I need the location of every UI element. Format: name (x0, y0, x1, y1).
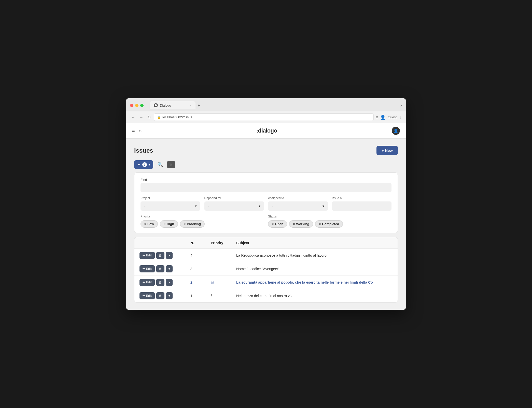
priority-tags-container: × Low × High × Blocking (141, 220, 264, 228)
issue-n-filter-group: Issue N. (332, 196, 392, 211)
profile-icon[interactable]: 👤 (380, 114, 386, 120)
traffic-light-yellow[interactable] (135, 104, 138, 107)
dropdown-btn[interactable]: ▾ (166, 265, 173, 272)
reported-label: Reported by (204, 196, 264, 200)
table-row: ✏ Edit 🗑 ▾ 3 Nome in codice "Avengers" (134, 262, 398, 276)
delete-btn[interactable]: 🗑 (156, 279, 164, 286)
traffic-light-red[interactable] (130, 104, 133, 107)
remove-high-icon[interactable]: × (164, 222, 165, 226)
priority-tag-low-label: Low (147, 222, 154, 226)
priority-tag-high[interactable]: × High (160, 220, 178, 228)
row-num: 1 (190, 294, 211, 298)
status-tag-open-label: Open (275, 222, 283, 226)
row-subject: Nel mezzo del cammin di nostra vita (236, 294, 393, 298)
project-select[interactable]: - ▾ (141, 201, 200, 211)
profile-label: Guest (388, 115, 397, 119)
browser-menu-btn[interactable]: ⋮ (399, 115, 402, 119)
row-priority-exclamation: ! (211, 294, 236, 298)
remove-blocking-icon[interactable]: × (184, 222, 186, 226)
home-icon[interactable]: ⌂ (139, 128, 142, 134)
priority-tag-blocking[interactable]: × Blocking (180, 220, 205, 228)
row-actions: ✏ Edit 🗑 ▾ (139, 292, 190, 299)
priority-tag-low[interactable]: × Low (141, 220, 158, 228)
delete-btn[interactable]: 🗑 (156, 292, 164, 299)
row-num: 3 (190, 267, 211, 271)
filter-btn[interactable]: ▼ 2 ▾ (134, 160, 153, 169)
window-btn[interactable]: ⧉ (376, 115, 378, 119)
clear-filters-btn[interactable]: ✕ (167, 161, 175, 168)
row-actions: ✏ Edit 🗑 ▾ (139, 265, 190, 272)
status-tag-completed-label: Completed (322, 222, 339, 226)
status-tag-completed[interactable]: × Completed (315, 220, 343, 228)
row-subject: La Repubblica riconosce a tutti i cittad… (236, 253, 393, 257)
nav-bar: ← → ↻ 🔒 localhost:8022/issue ⧉ 👤 Guest ⋮ (126, 111, 406, 123)
issue-n-input[interactable] (332, 201, 392, 211)
find-input[interactable] (141, 183, 391, 192)
status-tag-open[interactable]: × Open (268, 220, 287, 228)
remove-open-icon[interactable]: × (272, 222, 274, 226)
issue-n-label: Issue N. (332, 196, 392, 200)
priority-tags-section: Priority × Low × High × (141, 215, 264, 228)
remove-working-icon[interactable]: × (293, 222, 295, 226)
address-secure-icon: 🔒 (157, 115, 161, 119)
traffic-lights (130, 104, 144, 107)
status-tags-section: Status × Open × Working × (268, 215, 391, 228)
filter-row: Project - ▾ Reported by - ▾ (141, 196, 391, 211)
project-label: Project (141, 196, 200, 200)
tab-bar: Dialogo × + (150, 101, 397, 109)
edit-btn[interactable]: ✏ Edit (139, 292, 155, 299)
app-header: ≡ ⌂ :dialogo 👤 (126, 123, 406, 139)
active-tab[interactable]: Dialogo × (150, 101, 195, 109)
dropdown-btn[interactable]: ▾ (166, 252, 173, 259)
remove-completed-icon[interactable]: × (319, 222, 321, 226)
edit-btn[interactable]: ✏ Edit (139, 279, 155, 286)
assigned-select[interactable]: - ▾ (268, 201, 328, 211)
assigned-chevron: ▾ (323, 204, 324, 208)
project-filter-group: Project - ▾ (141, 196, 200, 211)
refresh-btn[interactable]: ↻ (146, 114, 152, 121)
reported-select[interactable]: - ▾ (204, 201, 264, 211)
page-header: Issues + New (134, 146, 398, 155)
filter-badge: 2 (142, 162, 147, 167)
remove-low-icon[interactable]: × (144, 222, 146, 226)
edit-btn[interactable]: ✏ Edit (139, 265, 155, 272)
edit-btn[interactable]: ✏ Edit (139, 252, 155, 259)
priority-tag-blocking-label: Blocking (187, 222, 201, 226)
user-avatar[interactable]: 👤 (392, 127, 400, 135)
address-text: localhost:8022/issue (162, 115, 192, 119)
issues-table: N. Priority Subject ✏ Edit 🗑 ▾ 4 La Repu… (134, 237, 398, 303)
status-tag-working[interactable]: × Working (289, 220, 313, 228)
filter-panel: Find Project - ▾ Reported by - (134, 172, 398, 233)
row-subject: Nome in codice "Avengers" (236, 267, 393, 271)
dropdown-btn[interactable]: ▾ (166, 292, 173, 299)
delete-btn[interactable]: 🗑 (156, 265, 164, 272)
find-label: Find (141, 178, 391, 182)
hamburger-icon[interactable]: ≡ (132, 128, 135, 134)
status-label: Status (268, 215, 391, 218)
filter-toolbar: ▼ 2 ▾ 🔍 ✕ (134, 160, 398, 169)
new-tab-btn[interactable]: + (195, 102, 202, 109)
browser-expand: › (400, 103, 402, 108)
table-header: N. Priority Subject (134, 237, 398, 249)
tab-close-btn[interactable]: × (190, 104, 191, 107)
tab-title: Dialogo (160, 104, 171, 107)
delete-btn[interactable]: 🗑 (156, 252, 164, 259)
address-bar[interactable]: 🔒 localhost:8022/issue (154, 113, 374, 121)
svg-point-0 (155, 104, 157, 106)
filter-chevron: ▾ (148, 163, 150, 167)
row-subject-link[interactable]: La sovranità appartiene al popolo, che l… (236, 280, 393, 284)
status-tags-container: × Open × Working × Completed (268, 220, 391, 228)
project-chevron: ▾ (195, 204, 197, 208)
assigned-label: Assigned to (268, 196, 328, 200)
page-content: Issues + New ▼ 2 ▾ 🔍 ✕ Find (126, 139, 406, 310)
browser-titlebar: Dialogo × + › (126, 98, 406, 111)
back-btn[interactable]: ← (130, 114, 136, 121)
col-subject: Subject (236, 241, 393, 245)
traffic-light-green[interactable] (140, 104, 144, 107)
row-actions: ✏ Edit 🗑 ▾ (139, 252, 190, 259)
row-num: 4 (190, 253, 211, 257)
dropdown-btn[interactable]: ▾ (166, 279, 173, 286)
forward-btn[interactable]: → (138, 114, 144, 121)
search-btn[interactable]: 🔍 (156, 160, 164, 169)
new-issue-btn[interactable]: + New (376, 146, 398, 155)
